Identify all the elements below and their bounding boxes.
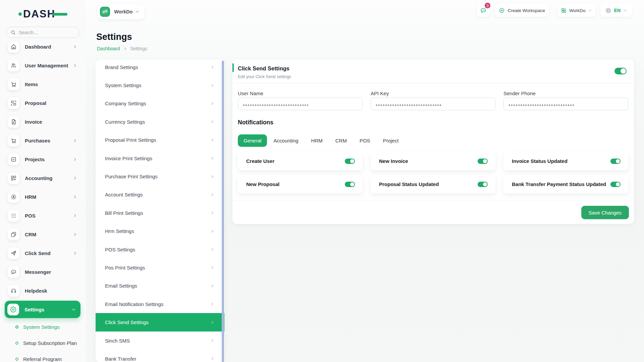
chevron-right-icon (210, 138, 214, 142)
notification-tab[interactable]: Project (377, 134, 405, 147)
sidebar-item[interactable]: POS (0, 206, 86, 225)
settings-menu-item[interactable]: Email Notification Settings (96, 295, 224, 313)
messenger-icon (10, 269, 17, 275)
submenu-item[interactable]: Referral Program (0, 351, 86, 362)
bullet-icon (15, 342, 18, 345)
settings-menu-card: Brand Settings System Settings Company S… (96, 60, 224, 362)
settings-menu-item[interactable]: Sinch SMS (96, 331, 224, 350)
sidebar-item[interactable]: Accounting (0, 169, 86, 187)
sidebar-item[interactable]: Click Send (0, 244, 86, 262)
workspace-switcher[interactable]: WorkDo (97, 4, 144, 19)
panel-title: Click Send Settings (238, 65, 289, 72)
notification-tab[interactable]: General (238, 134, 267, 147)
sidebar-item[interactable]: Items (0, 75, 86, 94)
messenger-button[interactable]: 0 (477, 4, 490, 17)
settings-menu-item[interactable]: POS Settings (96, 240, 224, 258)
notification-tab[interactable]: HRM (305, 134, 329, 147)
chevron-right-icon (210, 83, 214, 87)
breadcrumb-dashboard[interactable]: Dashboard (97, 46, 120, 51)
sidebar-item[interactable]: User Management (0, 56, 86, 75)
settings-menu-item[interactable]: Click Send Settings (96, 313, 224, 331)
sidebar-item[interactable]: Purchases (0, 131, 86, 150)
settings-menu-item-label: Company Settings (105, 101, 210, 106)
notification-toggle[interactable] (345, 182, 355, 187)
settings-menu-item[interactable]: Bank Transfer (96, 350, 224, 362)
sidebar-item[interactable]: Projects (0, 150, 86, 169)
chevron-right-icon (210, 339, 214, 343)
notification-toggle[interactable] (610, 182, 621, 187)
notification-toggle-label: Proposal Status Updated (379, 181, 478, 187)
settings-menu-item[interactable]: Email Settings (96, 277, 224, 295)
submenu-item[interactable]: System Settings (0, 319, 86, 335)
notification-toggle[interactable] (478, 159, 488, 164)
workspace-icon (100, 7, 110, 17)
sidebar-item[interactable]: HRM (0, 187, 86, 206)
notification-toggle-card: New Proposal (238, 175, 363, 193)
sidebar-item[interactable]: CRM (0, 225, 86, 244)
proposal-icon (10, 100, 17, 106)
settings-menu-item[interactable]: Purchase Print Settings (96, 167, 224, 185)
notification-tab[interactable]: POS (353, 134, 377, 147)
settings-menu-item-label: Click Send Settings (105, 319, 210, 325)
settings-menu-item[interactable]: Proposal Print Settings (96, 131, 224, 149)
settings-menu-item[interactable]: Brand Settings (96, 60, 224, 76)
settings-menu-item[interactable]: System Settings (96, 76, 224, 94)
notification-toggle[interactable] (345, 159, 355, 164)
sidebar-item[interactable]: Helpdesk (0, 281, 86, 300)
panel-divider-top (232, 83, 634, 83)
breadcrumb: Dashboard Settings (97, 46, 147, 51)
sidebar-item[interactable]: Settings (5, 301, 80, 318)
notification-toggle-label: Invoice Status Updated (512, 158, 610, 164)
notification-tab[interactable]: CRM (329, 134, 353, 147)
sidebar-item[interactable]: Proposal (0, 94, 86, 112)
field-label: Sender Phone (503, 90, 536, 96)
chevron-right-icon (210, 284, 214, 288)
settings-menu-item[interactable]: Company Settings (96, 95, 224, 113)
sidebar-item[interactable]: Dashboard (0, 37, 86, 56)
settings-menu-item[interactable]: Pos Print Settings (96, 258, 224, 277)
panel-accent-strip (232, 63, 234, 72)
field-label: User Name (238, 90, 263, 96)
sidebar-item-label: HRM (25, 194, 73, 200)
notification-toggle[interactable] (610, 159, 621, 164)
create-workspace-label: Create Workspace (507, 8, 545, 13)
settings-menu-scrollbar[interactable] (222, 61, 224, 362)
settings-menu-item[interactable]: Currency Settings (96, 113, 224, 131)
workspace-menu-button[interactable]: WorkDo (557, 4, 595, 17)
field-input[interactable]: **************************** (371, 98, 495, 110)
chevron-right-icon (73, 251, 77, 255)
notification-tab[interactable]: Accounting (267, 134, 305, 147)
save-changes-button[interactable]: Save Changes (581, 206, 629, 219)
settings-menu-item[interactable]: Invoice Print Settings (96, 149, 224, 167)
chevron-right-icon (73, 63, 77, 68)
chevron-right-icon (210, 229, 214, 233)
settings-menu-item[interactable]: Account Settings (96, 186, 224, 204)
submenu-item[interactable]: Setup Subscription Plan (0, 335, 86, 351)
sidebar-item[interactable]: Messenger (0, 262, 86, 281)
crm-icon (10, 231, 17, 238)
chevron-right-icon (210, 156, 214, 160)
settings-menu-item[interactable]: Bill Print Settings (96, 204, 224, 222)
sidebar: DASH Dashboard User Management (0, 0, 86, 362)
settings-menu-item[interactable]: Hrm Settings (96, 222, 224, 240)
field-input[interactable]: **************************** (238, 98, 363, 110)
sidebar-item-label: Invoice (25, 119, 77, 125)
workspace-menu-label: WorkDo (569, 8, 586, 13)
language-selector[interactable]: EN (600, 4, 632, 17)
notifications-title: Notifications (238, 119, 273, 126)
notification-toggle-card: Proposal Status Updated (371, 175, 495, 193)
chevron-right-icon (210, 65, 214, 69)
field-input[interactable]: **************************** (503, 98, 628, 110)
chevron-right-icon (210, 120, 214, 124)
search-icon (10, 30, 16, 35)
create-workspace-button[interactable]: Create Workspace (495, 4, 549, 17)
chevron-right-icon (210, 211, 214, 215)
click-send-master-toggle[interactable] (614, 68, 627, 74)
language-label: EN (614, 8, 621, 13)
panel-subtitle: Edit your Click Send settings (238, 74, 291, 79)
chevron-right-icon (73, 214, 77, 218)
sidebar-item[interactable]: Invoice (0, 112, 86, 131)
search-input[interactable] (19, 30, 75, 35)
breadcrumb-current: Settings (130, 46, 148, 51)
notification-toggle[interactable] (478, 182, 488, 187)
